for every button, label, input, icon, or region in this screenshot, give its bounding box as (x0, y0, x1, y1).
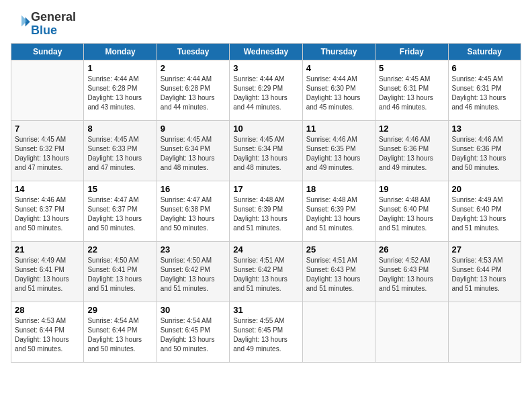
calendar-week-row: 1Sunrise: 4:44 AMSunset: 6:28 PMDaylight… (11, 60, 521, 120)
calendar-day-cell: 9Sunrise: 4:45 AMSunset: 6:34 PMDaylight… (157, 120, 229, 181)
day-info: Sunrise: 4:55 AMSunset: 6:45 PMDaylight:… (233, 316, 298, 354)
day-info: Sunrise: 4:45 AMSunset: 6:34 PMDaylight:… (161, 135, 226, 173)
logo: General Blue (11, 11, 76, 38)
calendar-day-cell: 1Sunrise: 4:44 AMSunset: 6:28 PMDaylight… (84, 60, 157, 120)
day-info: Sunrise: 4:46 AMSunset: 6:35 PMDaylight:… (306, 135, 371, 173)
day-number: 12 (379, 124, 444, 134)
calendar-day-cell: 7Sunrise: 4:45 AMSunset: 6:32 PMDaylight… (11, 120, 84, 181)
day-number: 3 (233, 63, 298, 73)
day-info: Sunrise: 4:44 AMSunset: 6:30 PMDaylight:… (306, 75, 371, 112)
calendar-day-cell: 11Sunrise: 4:46 AMSunset: 6:35 PMDayligh… (302, 120, 375, 181)
calendar-day-cell: 28Sunrise: 4:53 AMSunset: 6:44 PMDayligh… (11, 302, 84, 362)
day-number: 26 (379, 244, 444, 255)
calendar-day-cell: 31Sunrise: 4:55 AMSunset: 6:45 PMDayligh… (230, 302, 302, 362)
calendar-week-row: 28Sunrise: 4:53 AMSunset: 6:44 PMDayligh… (11, 302, 521, 362)
logo-text-general: General (31, 11, 76, 24)
calendar-day-cell: 19Sunrise: 4:48 AMSunset: 6:40 PMDayligh… (375, 181, 448, 241)
day-info: Sunrise: 4:44 AMSunset: 6:28 PMDaylight:… (87, 75, 152, 112)
day-info: Sunrise: 4:45 AMSunset: 6:34 PMDaylight:… (233, 135, 298, 173)
day-number: 28 (15, 305, 80, 315)
calendar-day-cell: 21Sunrise: 4:49 AMSunset: 6:41 PMDayligh… (11, 241, 84, 302)
logo-text-blue: Blue (31, 24, 76, 38)
day-info: Sunrise: 4:45 AMSunset: 6:33 PMDaylight:… (87, 135, 152, 173)
day-number: 13 (452, 124, 517, 134)
day-number: 18 (306, 184, 371, 194)
day-number: 19 (379, 184, 444, 194)
weekday-header: Wednesday (230, 43, 302, 60)
calendar-day-cell: 5Sunrise: 4:45 AMSunset: 6:31 PMDaylight… (375, 60, 448, 120)
day-info: Sunrise: 4:53 AMSunset: 6:44 PMDaylight:… (452, 256, 517, 293)
day-info: Sunrise: 4:52 AMSunset: 6:43 PMDaylight:… (379, 256, 444, 293)
day-number: 22 (87, 244, 152, 255)
day-info: Sunrise: 4:46 AMSunset: 6:36 PMDaylight:… (452, 135, 517, 173)
calendar-day-cell: 30Sunrise: 4:54 AMSunset: 6:45 PMDayligh… (157, 302, 229, 362)
calendar-day-cell: 25Sunrise: 4:51 AMSunset: 6:43 PMDayligh… (302, 241, 375, 302)
day-number: 27 (452, 244, 517, 255)
page-header: General Blue (11, 11, 521, 38)
day-number: 31 (233, 305, 298, 315)
calendar-day-cell: 3Sunrise: 4:44 AMSunset: 6:29 PMDaylight… (230, 60, 302, 120)
calendar-day-cell: 10Sunrise: 4:45 AMSunset: 6:34 PMDayligh… (230, 120, 302, 181)
day-number: 16 (161, 184, 226, 194)
weekday-header: Saturday (448, 43, 521, 60)
day-number: 8 (87, 124, 152, 134)
day-number: 23 (161, 244, 226, 255)
calendar-day-cell: 18Sunrise: 4:48 AMSunset: 6:39 PMDayligh… (302, 181, 375, 241)
calendar-day-cell: 2Sunrise: 4:44 AMSunset: 6:28 PMDaylight… (157, 60, 229, 120)
day-info: Sunrise: 4:50 AMSunset: 6:41 PMDaylight:… (87, 256, 152, 293)
calendar-day-cell: 23Sunrise: 4:50 AMSunset: 6:42 PMDayligh… (157, 241, 229, 302)
day-number: 15 (87, 184, 152, 194)
day-info: Sunrise: 4:45 AMSunset: 6:31 PMDaylight:… (379, 75, 444, 112)
day-number: 25 (306, 244, 371, 255)
weekday-header: Monday (84, 43, 157, 60)
day-info: Sunrise: 4:47 AMSunset: 6:38 PMDaylight:… (161, 195, 226, 233)
day-info: Sunrise: 4:46 AMSunset: 6:36 PMDaylight:… (379, 135, 444, 173)
calendar-week-row: 14Sunrise: 4:46 AMSunset: 6:37 PMDayligh… (11, 181, 521, 241)
day-info: Sunrise: 4:51 AMSunset: 6:43 PMDaylight:… (306, 256, 371, 293)
calendar-day-cell: 15Sunrise: 4:47 AMSunset: 6:37 PMDayligh… (84, 181, 157, 241)
day-info: Sunrise: 4:44 AMSunset: 6:29 PMDaylight:… (233, 75, 298, 112)
day-number: 21 (15, 244, 80, 255)
day-info: Sunrise: 4:45 AMSunset: 6:31 PMDaylight:… (452, 75, 517, 112)
day-info: Sunrise: 4:54 AMSunset: 6:44 PMDaylight:… (87, 316, 152, 354)
calendar-week-row: 7Sunrise: 4:45 AMSunset: 6:32 PMDaylight… (11, 120, 521, 181)
day-info: Sunrise: 4:51 AMSunset: 6:42 PMDaylight:… (233, 256, 298, 293)
calendar-day-cell: 16Sunrise: 4:47 AMSunset: 6:38 PMDayligh… (157, 181, 229, 241)
weekday-header: Sunday (11, 43, 84, 60)
calendar-header-row: SundayMondayTuesdayWednesdayThursdayFrid… (11, 43, 521, 60)
day-number: 11 (306, 124, 371, 134)
day-info: Sunrise: 4:50 AMSunset: 6:42 PMDaylight:… (161, 256, 226, 293)
day-number: 20 (452, 184, 517, 194)
calendar-day-cell: 29Sunrise: 4:54 AMSunset: 6:44 PMDayligh… (84, 302, 157, 362)
day-number: 1 (87, 63, 152, 73)
calendar-week-row: 21Sunrise: 4:49 AMSunset: 6:41 PMDayligh… (11, 241, 521, 302)
day-number: 10 (233, 124, 298, 134)
day-info: Sunrise: 4:48 AMSunset: 6:39 PMDaylight:… (306, 195, 371, 233)
calendar-day-cell: 13Sunrise: 4:46 AMSunset: 6:36 PMDayligh… (448, 120, 521, 181)
day-info: Sunrise: 4:48 AMSunset: 6:39 PMDaylight:… (233, 195, 298, 233)
weekday-header: Thursday (302, 43, 375, 60)
day-info: Sunrise: 4:53 AMSunset: 6:44 PMDaylight:… (15, 316, 80, 354)
day-number: 24 (233, 244, 298, 255)
day-info: Sunrise: 4:46 AMSunset: 6:37 PMDaylight:… (15, 195, 80, 233)
day-number: 17 (233, 184, 298, 194)
day-info: Sunrise: 4:49 AMSunset: 6:41 PMDaylight:… (15, 256, 80, 293)
calendar-day-cell (375, 302, 448, 362)
calendar-day-cell: 14Sunrise: 4:46 AMSunset: 6:37 PMDayligh… (11, 181, 84, 241)
calendar-day-cell: 20Sunrise: 4:49 AMSunset: 6:40 PMDayligh… (448, 181, 521, 241)
day-number: 9 (161, 124, 226, 134)
calendar-day-cell (302, 302, 375, 362)
day-info: Sunrise: 4:49 AMSunset: 6:40 PMDaylight:… (452, 195, 517, 233)
calendar-day-cell: 24Sunrise: 4:51 AMSunset: 6:42 PMDayligh… (230, 241, 302, 302)
calendar-day-cell: 6Sunrise: 4:45 AMSunset: 6:31 PMDaylight… (448, 60, 521, 120)
calendar-day-cell (11, 60, 84, 120)
day-info: Sunrise: 4:48 AMSunset: 6:40 PMDaylight:… (379, 195, 444, 233)
calendar-day-cell: 27Sunrise: 4:53 AMSunset: 6:44 PMDayligh… (448, 241, 521, 302)
day-number: 14 (15, 184, 80, 194)
day-number: 4 (306, 63, 371, 73)
calendar-table: SundayMondayTuesdayWednesdayThursdayFrid… (11, 43, 521, 363)
weekday-header: Tuesday (157, 43, 229, 60)
day-info: Sunrise: 4:47 AMSunset: 6:37 PMDaylight:… (87, 195, 152, 233)
calendar-day-cell: 22Sunrise: 4:50 AMSunset: 6:41 PMDayligh… (84, 241, 157, 302)
day-number: 30 (161, 305, 226, 315)
